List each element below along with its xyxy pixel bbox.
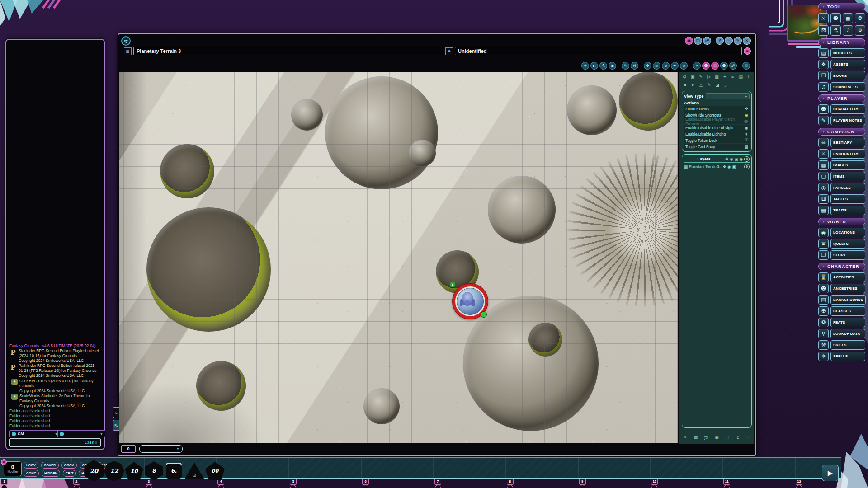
token-lock-icon[interactable]: ⚿ — [711, 62, 719, 70]
tile-tool-icon[interactable]: ▦ — [713, 73, 720, 80]
effects-tool-icon[interactable]: ƒx — [705, 73, 712, 80]
sidebar-item-tables[interactable]: ⚅ TABLES — [818, 194, 865, 204]
alt-speaker-select[interactable]: ▼ — [57, 430, 105, 437]
hotkey-slot[interactable]: 11 — [723, 479, 730, 485]
hotkey-slot[interactable]: 8 — [507, 479, 513, 485]
play-button[interactable]: ▶ — [822, 465, 839, 481]
sidebar-item-player-notes[interactable]: ✎ PLAYER NOTES — [818, 116, 865, 125]
hotkey-slot[interactable]: 7 — [434, 479, 441, 485]
d4[interactable]: 4 — [184, 462, 204, 480]
draw-icon[interactable]: ✎ — [622, 62, 629, 70]
hotkey-slot[interactable]: 6 — [362, 479, 368, 485]
layer-move-icon[interactable]: ✥ — [725, 157, 728, 161]
sidebar-item-ancestries[interactable]: ☻ ANCESTRIES — [818, 284, 865, 293]
close-button[interactable]: ✕ — [743, 37, 751, 45]
effects-icon[interactable]: ⚗ — [599, 62, 607, 70]
section-header-tool[interactable]: ▼ TOOL — [818, 3, 865, 10]
layer-visibility-icon[interactable]: ◉ — [727, 164, 731, 169]
edit-button[interactable]: ✎ — [734, 37, 742, 45]
disable-icon[interactable]: ⊘ — [680, 62, 688, 70]
layer-frame-icon[interactable]: ▣ — [735, 157, 738, 161]
pointer-icon[interactable]: ☛ — [671, 62, 679, 70]
d8[interactable]: 8 — [145, 461, 163, 480]
d10[interactable]: 10 — [125, 462, 143, 480]
field-pin-button[interactable]: ▣ — [744, 47, 751, 55]
action-row[interactable]: Toggle Grid Snap ▦ — [684, 144, 750, 150]
minimize-button[interactable]: − — [725, 37, 733, 45]
sidebar-item-quests[interactable]: ♛ QUESTS — [818, 239, 865, 249]
hotkey-slot[interactable]: 5 — [290, 479, 296, 485]
image-field-icon[interactable]: ▦ — [124, 47, 132, 55]
sidebar-item-characters[interactable]: ☻ CHARACTERS — [818, 104, 865, 114]
d100[interactable]: 00 — [205, 462, 225, 480]
section-header-player[interactable]: ▼ PLAYER — [818, 94, 865, 102]
hotkey-slot[interactable]: 10 — [651, 479, 657, 485]
party-icon[interactable]: ☻ — [830, 13, 841, 23]
text-tool-icon[interactable]: Tt — [745, 73, 752, 80]
hotkey-slot[interactable]: 1 — [1, 479, 7, 485]
sidebar-item-books[interactable]: ❐ BOOKS — [818, 71, 865, 80]
link-tool-icon[interactable]: ∞ — [730, 73, 736, 80]
npc-token-icon[interactable]: ☻ — [720, 62, 728, 70]
modifier-button[interactable]: LCOV — [24, 462, 38, 469]
sidebar-item-spells[interactable]: ✵ SPELLS — [818, 352, 865, 361]
share-view-button[interactable]: ◉ — [685, 37, 693, 45]
map-lock-icon[interactable]: ⚿ — [742, 62, 750, 70]
action-row[interactable]: Zoom Extents ✛ — [684, 106, 750, 112]
sidebar-item-locations[interactable]: ◉ LOCATIONS — [818, 228, 865, 237]
sidebar-item-modules[interactable]: ▤ MODULES — [818, 48, 865, 58]
window-side-tab[interactable]: Ro — [113, 420, 119, 431]
add-image-icon[interactable]: ▣ — [714, 434, 720, 441]
zoom-fit-icon[interactable]: ✛ — [581, 62, 589, 70]
add-stamp-icon[interactable]: ▦ — [693, 434, 698, 441]
target-icon[interactable]: ◎ — [653, 62, 660, 70]
sidebar-item-encounters[interactable]: ⚔ ENCOUNTERS — [818, 149, 865, 159]
action-row[interactable]: Enable/Disable Lighting ☀ — [684, 131, 750, 137]
player-token-icon[interactable]: ☻ — [702, 62, 710, 70]
pointer-tool-icon[interactable]: ☚ — [681, 81, 688, 88]
map-footer-dropdown[interactable]: ▼ — [139, 445, 183, 453]
sidebar-item-activities[interactable]: ⌛ ACTIVITIES — [818, 272, 865, 282]
mask-icon[interactable]: ◉ — [609, 62, 616, 70]
effects-icon[interactable]: ⚗ — [830, 25, 841, 36]
layer-pin-icon[interactable]: ◉ — [740, 157, 743, 161]
window-lock-button[interactable]: ⚿ — [694, 37, 702, 45]
hotkey-slot[interactable]: 12 — [796, 479, 802, 485]
layer-move-icon[interactable]: ✥ — [723, 164, 726, 169]
remove-icon[interactable]: ⊗ — [662, 62, 670, 70]
preview-icon[interactable]: ◐ — [590, 62, 598, 70]
action-row[interactable]: Enable/Disable Player Vision Preview ☻ — [684, 118, 750, 124]
window-share-button[interactable]: ☍ — [703, 37, 711, 45]
settings-icon[interactable]: ⚙ — [855, 25, 865, 36]
copy-layer-icon[interactable]: ❐ — [724, 434, 730, 441]
chat-entry-field[interactable]: CHAT — [9, 438, 101, 447]
d12[interactable]: 12 — [104, 461, 124, 481]
circle-tool-icon[interactable]: ◌ — [722, 81, 729, 88]
grid-tool-icon[interactable]: ▤ — [737, 73, 744, 80]
arrow-tool-icon[interactable]: ➤ — [689, 81, 696, 88]
draw-tool-icon[interactable]: ✎ — [698, 73, 704, 80]
sidebar-item-lookup-data[interactable]: ⚲ LOOKUP DATA — [818, 329, 865, 338]
export-layer-icon[interactable]: ↥ — [735, 434, 741, 441]
combat-tools-icon[interactable]: ⚔ — [818, 13, 829, 23]
action-row[interactable]: Toggle Token Lock ⚿ — [684, 137, 750, 143]
eraser-tool-icon[interactable]: ◪ — [714, 81, 721, 88]
modifier-button[interactable]: HIDDEN — [42, 470, 60, 477]
build-icon[interactable]: ⚒ — [631, 62, 638, 70]
section-header-character[interactable]: ▼ CHARACTER — [818, 263, 865, 270]
sidebar-item-bestiary[interactable]: ☠ BESTIARY — [818, 138, 865, 147]
speaker-select[interactable]: GM ▼ — [9, 430, 60, 437]
shape-tool-icon[interactable]: △ — [698, 81, 704, 88]
sidebar-item-classes[interactable]: ✠ CLASSES — [818, 306, 865, 316]
section-header-campaign[interactable]: ▼ CAMPAIGN — [818, 128, 865, 136]
sidebar-item-backgrounds[interactable]: ▤ BACKGROUNDS — [818, 295, 865, 305]
sidebar-item-skills[interactable]: ⚒ SKILLS — [818, 340, 865, 350]
modifier-button[interactable]: COVER — [41, 462, 59, 469]
light-tool-icon[interactable]: ☀ — [722, 73, 728, 80]
add-drawing-icon[interactable]: ✎ — [682, 434, 688, 441]
dice-icon[interactable]: ⚄ — [818, 25, 829, 36]
sidebar-item-traits[interactable]: ▤ TRAITS — [818, 206, 865, 215]
d20[interactable]: 20 — [83, 460, 105, 482]
select-tool-icon[interactable]: ▣ — [689, 73, 696, 80]
modifier-button[interactable]: GCOV — [61, 462, 77, 469]
